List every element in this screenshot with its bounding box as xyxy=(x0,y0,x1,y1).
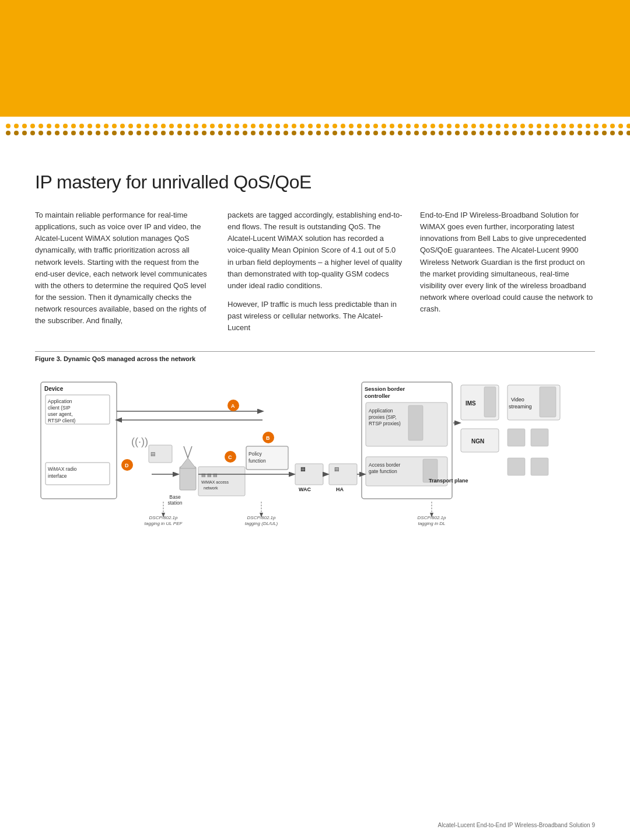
dot xyxy=(243,131,247,135)
dot xyxy=(553,131,558,135)
dot xyxy=(480,131,484,135)
dot xyxy=(104,131,108,135)
dot xyxy=(545,131,550,135)
dot xyxy=(545,124,550,128)
dot xyxy=(316,131,321,135)
svg-text:proxies (SIP,: proxies (SIP, xyxy=(369,414,397,420)
svg-text:streaming: streaming xyxy=(509,404,532,410)
svg-text:WiMAX access: WiMAX access xyxy=(201,480,229,484)
svg-rect-51 xyxy=(508,458,525,475)
dot xyxy=(251,124,256,128)
dot xyxy=(308,131,313,135)
dot xyxy=(626,131,630,135)
svg-text:Session border: Session border xyxy=(365,386,405,392)
dot xyxy=(578,124,582,128)
dot xyxy=(161,131,166,135)
svg-text:tagging in UL PEF: tagging in UL PEF xyxy=(145,521,183,526)
dot xyxy=(136,131,141,135)
dot xyxy=(300,124,304,128)
dot xyxy=(14,131,19,135)
text-col-2-para2: However, IP traffic is much less predict… xyxy=(228,299,402,334)
svg-rect-49 xyxy=(508,429,525,446)
dscp1-label: DSCP/802.1p xyxy=(149,515,178,520)
svg-rect-26 xyxy=(295,464,323,485)
text-col-3-para: End-to-End IP Wireless-Broadband Solutio… xyxy=(420,209,595,315)
dot xyxy=(235,131,239,135)
dot xyxy=(284,124,288,128)
dot xyxy=(439,131,443,135)
dot xyxy=(292,124,296,128)
transport-plane-label: Transport plane xyxy=(429,478,468,484)
dot xyxy=(259,131,264,135)
svg-line-17 xyxy=(188,446,192,458)
dot xyxy=(537,124,541,128)
circle-c-label: C xyxy=(228,454,232,460)
svg-text:RTSP client): RTSP client) xyxy=(48,418,76,424)
dot xyxy=(430,124,435,128)
dot xyxy=(496,131,501,135)
dot xyxy=(332,124,337,128)
dot xyxy=(63,124,68,128)
dot xyxy=(349,124,354,128)
dot xyxy=(275,131,280,135)
circle-d-label: D xyxy=(125,463,129,468)
dot xyxy=(373,131,378,135)
dot xyxy=(128,124,133,128)
dot xyxy=(512,124,517,128)
svg-text:▤: ▤ xyxy=(334,466,340,472)
dot xyxy=(455,124,460,128)
text-col-1: To maintain reliable performance for rea… xyxy=(35,209,210,334)
svg-rect-52 xyxy=(531,458,548,475)
svg-rect-50 xyxy=(531,429,548,446)
dot xyxy=(488,124,492,128)
svg-text:▤: ▤ xyxy=(150,451,156,457)
dot xyxy=(422,131,427,135)
dot xyxy=(79,131,84,135)
dot xyxy=(569,124,574,128)
dot xyxy=(128,131,133,135)
wac-label: WAC xyxy=(299,487,311,492)
svg-text:▤ ▤ ▤: ▤ ▤ ▤ xyxy=(201,473,218,478)
svg-text:WiMAX radio: WiMAX radio xyxy=(48,466,77,472)
dot xyxy=(626,124,630,128)
svg-line-16 xyxy=(184,446,188,458)
dot xyxy=(153,131,158,135)
dot xyxy=(308,124,313,128)
dot xyxy=(447,131,452,135)
svg-text:station: station xyxy=(167,500,182,506)
dot xyxy=(63,131,68,135)
dot xyxy=(406,131,411,135)
svg-text:client (SIP: client (SIP xyxy=(48,405,71,411)
dot xyxy=(96,124,100,128)
ngn-label: NGN xyxy=(471,438,484,444)
article-title: IP mastery for unrivalled QoS/QoE xyxy=(35,172,595,193)
svg-text:RTSP proxies): RTSP proxies) xyxy=(369,421,401,426)
svg-text:Video: Video xyxy=(511,397,524,402)
dot xyxy=(30,131,35,135)
diagram-area: Device Application client (SIP user agen… xyxy=(35,370,595,569)
dot xyxy=(145,124,149,128)
dot xyxy=(553,124,558,128)
dot xyxy=(71,124,76,128)
dot xyxy=(365,124,370,128)
dot xyxy=(390,124,394,128)
dot xyxy=(22,131,27,135)
dot xyxy=(414,124,419,128)
dot xyxy=(71,131,76,135)
dot xyxy=(471,124,476,128)
dot-separator xyxy=(0,117,630,142)
dot xyxy=(439,124,443,128)
dot xyxy=(324,124,329,128)
dot xyxy=(38,131,43,135)
dot xyxy=(210,131,215,135)
dot xyxy=(463,131,468,135)
dot xyxy=(153,124,158,128)
dot xyxy=(488,131,492,135)
dot xyxy=(586,131,590,135)
page-footer: Alcatel-Lucent End-to-End IP Wireless-Br… xyxy=(438,822,595,828)
dot xyxy=(275,124,280,128)
dot xyxy=(512,131,517,135)
dot xyxy=(177,124,182,128)
dot xyxy=(430,131,435,135)
dot xyxy=(235,124,239,128)
